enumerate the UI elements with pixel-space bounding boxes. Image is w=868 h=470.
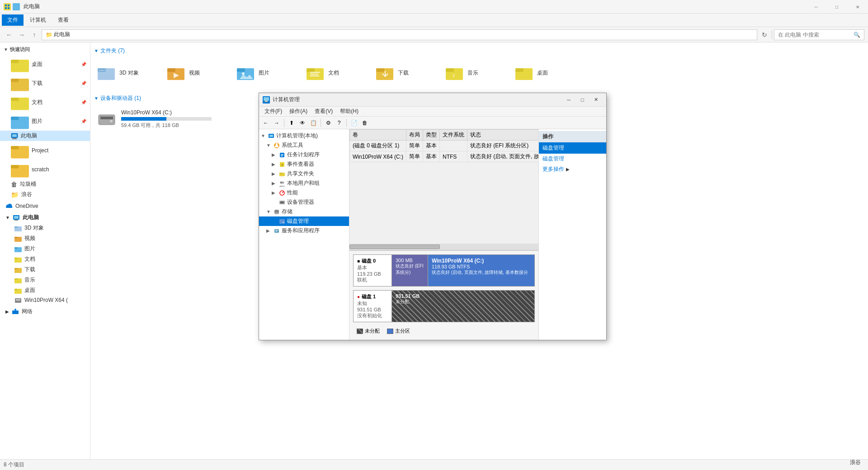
- cm-maximize-btn[interactable]: □: [576, 93, 589, 107]
- ribbon-tab-file[interactable]: 文件: [2, 14, 24, 26]
- cm-toolbar: ← → ⬆ 👁 📋 ⚙ ? 📄 🗑: [259, 117, 606, 129]
- svg-rect-0: [5, 5, 7, 6]
- folder-music[interactable]: ♪ 音乐: [442, 59, 510, 86]
- sidebar-item-thispc[interactable]: 此电脑: [0, 131, 90, 141]
- cm-tree-disk-management[interactable]: 磁盘管理: [259, 216, 349, 226]
- svg-rect-3: [8, 7, 9, 9]
- svg-rect-39: [12, 310, 19, 314]
- sidebar-item-music[interactable]: 音乐: [0, 275, 90, 285]
- svg-rect-75: [281, 154, 283, 155]
- sidebar-item-trash[interactable]: 🗑 垃圾桶: [0, 179, 90, 189]
- address-path[interactable]: 📁 此电脑: [42, 29, 757, 40]
- ribbon-tab-view[interactable]: 查看: [52, 14, 74, 26]
- cm-action-disk-mgmt[interactable]: 磁盘管理: [539, 154, 606, 164]
- maximize-button[interactable]: □: [826, 0, 847, 14]
- cm-tree-device-manager[interactable]: 设备管理器: [259, 197, 349, 207]
- cm-action-arrow: ▶: [566, 167, 570, 172]
- cm-tool-del[interactable]: 🗑: [360, 118, 370, 128]
- cm-toolbar-sep1: [284, 119, 284, 127]
- search-input[interactable]: [778, 32, 850, 38]
- cm-tree-performance[interactable]: ▶ 性能: [259, 188, 349, 197]
- title-controls: ─ □ ✕: [806, 0, 868, 14]
- cm-scroll-thumb[interactable]: [349, 244, 440, 249]
- disk-1-unalloc[interactable]: 931.51 GB 未分配: [392, 291, 534, 322]
- svg-line-85: [282, 192, 283, 193]
- search-box[interactable]: 🔍: [774, 29, 864, 40]
- cm-tree-task-scheduler[interactable]: ▶ 任务计划程序: [259, 150, 349, 160]
- close-button[interactable]: ✕: [847, 0, 868, 14]
- minimize-button[interactable]: ─: [806, 0, 826, 14]
- folder-video[interactable]: 视频: [164, 59, 231, 86]
- sidebar-item-videos[interactable]: 视频: [0, 233, 90, 244]
- cm-minimize-btn[interactable]: ─: [562, 93, 576, 107]
- cm-tree-storage[interactable]: ▼ 存储: [259, 207, 349, 216]
- cm-tool-up[interactable]: ⬆: [287, 118, 297, 128]
- folder-downloads[interactable]: 下载: [373, 59, 440, 86]
- sidebar-item-c-drive[interactable]: Win10ProW X64 (: [0, 296, 90, 305]
- sidebar: ▼ 快速访问 桌面 📌 下载 📌 文档 📌 图片 📌: [0, 42, 90, 459]
- table-row-efi[interactable]: (磁盘 0 磁盘分区 1) 简单 基本 状态良好 (EFI 系统分区) 300 …: [350, 141, 539, 151]
- svg-rect-67: [265, 101, 268, 102]
- cm-close-btn[interactable]: ✕: [589, 93, 603, 107]
- sidebar-item-langgu[interactable]: 📁 浪谷: [0, 189, 90, 200]
- sidebar-item-thispc-nav[interactable]: ▼ 此电脑: [0, 212, 90, 223]
- sidebar-item-scratch[interactable]: scratch: [0, 160, 90, 179]
- table-row-ntfs[interactable]: Win10ProW X64 (C:) 简单 基本 NTFS 状态良好 (启动, …: [350, 151, 539, 162]
- legend-unalloc: 未分配: [357, 328, 380, 334]
- forward-button[interactable]: →: [16, 29, 27, 40]
- sidebar-item-docs[interactable]: 文档: [0, 254, 90, 264]
- folder-pictures[interactable]: 图片: [233, 59, 301, 86]
- cm-menu-file[interactable]: 文件(F): [261, 107, 286, 116]
- cm-menu-view[interactable]: 查看(V): [311, 107, 336, 116]
- sidebar-item-onedrive[interactable]: OneDrive: [0, 202, 90, 211]
- cm-menu-action[interactable]: 操作(A): [286, 107, 311, 116]
- cm-tool-back[interactable]: ←: [261, 118, 271, 128]
- cm-tool-help[interactable]: ?: [334, 118, 344, 128]
- up-button[interactable]: ↑: [29, 29, 40, 40]
- sidebar-item-dl[interactable]: 下载: [0, 264, 90, 275]
- cm-tree-root[interactable]: ▼ 计算机管理(本地): [259, 131, 349, 141]
- sidebar-item-network[interactable]: ▶ 网络: [0, 306, 90, 317]
- device-bar: [121, 117, 166, 121]
- folder-documents[interactable]: 文档: [303, 59, 371, 86]
- cm-tool-export[interactable]: 📋: [308, 118, 318, 128]
- disk-0-row: ■ 磁盘 0 基本 119.23 GB 联机 300 MB 状态良好 (EFI …: [353, 254, 535, 287]
- cm-tree: ▼ 计算机管理(本地) ▼ 系统工具 ▶ 任务计划程序 ▶ ! 事件查看器: [259, 129, 349, 340]
- cm-tree-system-tools[interactable]: ▼ 系统工具: [259, 141, 349, 150]
- sidebar-item-3d-objects[interactable]: 3D 对象: [0, 223, 90, 233]
- folder-desktop[interactable]: 桌面: [512, 59, 580, 86]
- cm-tree-local-users[interactable]: ▶ 本地用户和组: [259, 179, 349, 188]
- sidebar-item-pictures[interactable]: 图片 📌: [0, 112, 90, 131]
- refresh-button[interactable]: ↻: [759, 29, 770, 40]
- back-button[interactable]: ←: [4, 29, 14, 40]
- col-fs: 文件系统: [440, 130, 467, 141]
- cm-tree-services[interactable]: ▶ 服务和应用程序: [259, 226, 349, 235]
- cm-scroll-area[interactable]: [349, 244, 538, 250]
- folder-3d-objects[interactable]: 3D 对象: [94, 59, 162, 86]
- sidebar-item-desktop[interactable]: 桌面 📌: [0, 55, 90, 74]
- cm-tool-forward[interactable]: →: [272, 118, 282, 128]
- cm-tool-show[interactable]: 👁: [297, 118, 307, 128]
- svg-rect-30: [14, 258, 18, 259]
- cm-tool-new[interactable]: 📄: [349, 118, 359, 128]
- sidebar-item-downloads[interactable]: 下载 📌: [0, 74, 90, 93]
- folders-section-header[interactable]: ▼ 文件夹 (7): [94, 46, 864, 56]
- svg-rect-24: [14, 226, 18, 228]
- sidebar-item-project[interactable]: Project: [0, 141, 90, 160]
- sidebar-item-dsk[interactable]: 桌面: [0, 285, 90, 296]
- disk-0-ntfs-part[interactable]: Win10ProW X64 (C:) 118.93 GB NTFS 状态良好 (…: [428, 255, 534, 286]
- cm-tree-event-viewer[interactable]: ▶ ! 事件查看器: [259, 160, 349, 169]
- cm-actions-header: 操作: [539, 131, 606, 142]
- ribbon-tab-computer[interactable]: 计算机: [24, 14, 52, 26]
- search-icon[interactable]: 🔍: [854, 32, 860, 38]
- sidebar-quick-access-header[interactable]: ▼ 快速访问: [0, 44, 90, 55]
- sidebar-item-pics[interactable]: 图片: [0, 244, 90, 254]
- cm-menu-help[interactable]: 帮助(H): [336, 107, 362, 116]
- svg-rect-48: [237, 68, 245, 72]
- svg-rect-32: [14, 268, 18, 269]
- disk-0-efi-part[interactable]: 300 MB 状态良好 (EFI 系统分): [392, 255, 428, 286]
- cm-tree-shared-folders[interactable]: ▶ 共享文件夹: [259, 169, 349, 179]
- sidebar-item-documents[interactable]: 文档 📌: [0, 93, 90, 112]
- cm-tool-props[interactable]: ⚙: [323, 118, 333, 128]
- cm-action-more[interactable]: 更多操作 ▶: [539, 164, 606, 174]
